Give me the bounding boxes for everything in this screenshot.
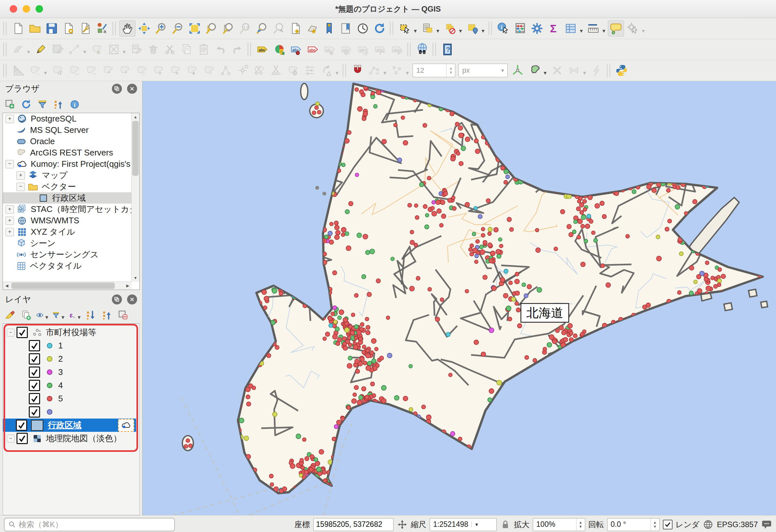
deselect-features-button[interactable]: ▼ — [442, 20, 464, 36]
scale-feature-button[interactable]: ↔ — [66, 62, 82, 78]
copy-move-feature-button[interactable]: → — [83, 62, 99, 78]
merge-attributes-button[interactable] — [285, 62, 301, 78]
layer-row-symbol[interactable] — [3, 405, 139, 419]
browser-item-xyz[interactable]: +XYZ タイル — [3, 226, 139, 238]
open-attribute-table-button[interactable]: ▼ — [563, 20, 585, 36]
remove-layer-button[interactable] — [117, 308, 130, 322]
digitize-with-segment-button[interactable]: ▼ — [66, 41, 88, 57]
toolbar-handle[interactable] — [3, 64, 6, 77]
tree-expander[interactable]: + — [5, 115, 14, 123]
toolbar-handle[interactable] — [433, 43, 436, 56]
toolbar-handle[interactable] — [3, 43, 6, 56]
filter-by-expression-button[interactable]: ε▼ — [68, 308, 81, 322]
layer-visibility-checkbox[interactable] — [16, 327, 28, 338]
cut-features-button[interactable] — [162, 41, 178, 57]
paste-features-button[interactable] — [196, 41, 212, 57]
toolbar-handle[interactable] — [248, 43, 251, 56]
layer-visibility-checkbox[interactable] — [29, 380, 40, 391]
dropdown-arrow[interactable]: ▼ — [44, 314, 49, 320]
browser-item-arcgis[interactable]: ArcGIS REST Servers — [3, 147, 139, 159]
snapping-unit-combo[interactable]: px▼ — [457, 64, 509, 77]
dropdown-arrow[interactable]: ▼ — [76, 314, 81, 320]
extents-icon[interactable] — [397, 519, 408, 530]
rotation-spinbox[interactable]: 0.0 ° ▲▼ — [607, 518, 659, 531]
browser-refresh-button[interactable] — [19, 97, 33, 111]
toolbar-handle[interactable] — [407, 43, 411, 56]
undo-button[interactable] — [212, 41, 229, 57]
show-hide-labels-button[interactable]: abc — [339, 41, 355, 57]
zoom-native-button[interactable]: 1:1 — [237, 20, 253, 36]
browser-item-postgres[interactable]: +PostgreSQL — [3, 113, 139, 124]
metasearch-button[interactable] — [414, 41, 430, 57]
browser-horizontal-scrollbar[interactable]: ◀ ▶ — [3, 281, 132, 290]
snapping-mode-button[interactable]: pa▼ — [366, 62, 388, 78]
snap-on-intersection-button[interactable]: ▼ — [566, 62, 588, 78]
vertex-tool-button[interactable] — [302, 62, 318, 78]
toolbar-handle[interactable] — [343, 64, 346, 77]
tree-expander[interactable]: + — [5, 228, 14, 236]
browser-item-mssql[interactable]: MS SQL Server — [3, 124, 139, 136]
scroll-thumb[interactable] — [132, 121, 139, 176]
dropdown-arrow[interactable]: ▼ — [60, 314, 65, 320]
layer-diagram-button[interactable] — [271, 41, 287, 57]
browser-item-stac[interactable]: +STAC（時空間アセットカタ口 — [3, 204, 139, 215]
zoom-last-button[interactable] — [254, 20, 270, 36]
crs-globe-icon[interactable] — [703, 519, 714, 530]
tree-expander[interactable]: − — [5, 160, 14, 169]
pan-map-button[interactable] — [119, 20, 136, 36]
identify-features-button[interactable]: i — [495, 20, 512, 36]
browser-properties-button[interactable]: i — [68, 97, 81, 111]
help-contents-button[interactable]: ? — [439, 41, 455, 57]
browser-item-cloud[interactable]: −Kumoy: First Project(qgis's — [3, 159, 139, 170]
scroll-right-arrow[interactable]: ▶ — [124, 282, 132, 290]
browser-vertical-scrollbar[interactable]: ▲ ▼ — [131, 113, 139, 282]
zoom-to-selection-button[interactable] — [203, 20, 219, 36]
fill-ring-button[interactable]: ● — [184, 62, 200, 78]
avoid-overlap-button[interactable]: ▼ — [526, 62, 548, 78]
zoom-full-button[interactable] — [187, 20, 203, 36]
layer-labeling-button[interactable]: abc — [254, 41, 270, 57]
dropdown-arrow[interactable]: ▼ — [43, 70, 48, 76]
dropdown-arrow[interactable]: ▼ — [413, 28, 418, 34]
layer-row-5[interactable]: 5 — [3, 392, 139, 405]
open-layer-styling-button[interactable] — [3, 308, 17, 322]
layer-visibility-checkbox[interactable] — [29, 353, 40, 364]
zoom-window-button[interactable] — [36, 5, 43, 13]
layer-visibility-checkbox[interactable] — [16, 433, 28, 444]
minimize-window-button[interactable] — [23, 5, 30, 13]
dropdown-arrow[interactable]: ▼ — [82, 49, 87, 55]
show-bookmarks-button[interactable] — [338, 20, 354, 36]
coordinate-input[interactable]: 15985205, 5372682 — [313, 518, 393, 531]
save-project-button[interactable] — [44, 20, 60, 36]
browser-item-folder[interactable]: −ベクター — [3, 181, 139, 192]
expand-all-button[interactable] — [84, 308, 98, 322]
toolbar-handle[interactable] — [113, 22, 116, 35]
snapping-tolerance-spinbox[interactable]: 12▲▼ — [411, 64, 456, 77]
measure-button[interactable]: ▼ — [585, 20, 607, 36]
split-features-button[interactable] — [234, 62, 250, 78]
zoom-in-button[interactable] — [153, 20, 169, 36]
open-project-button[interactable] — [27, 20, 43, 36]
browser-close-button[interactable] — [127, 84, 137, 94]
browser-add-layer-button[interactable] — [3, 97, 17, 111]
layout-manager-button[interactable] — [77, 20, 93, 36]
reshape-features-button[interactable] — [218, 62, 234, 78]
dropdown-arrow[interactable]: ▼ — [579, 28, 584, 34]
densify-feature-button[interactable]: ○ — [134, 62, 150, 78]
dropdown-arrow[interactable]: ▼ — [383, 70, 387, 76]
messages-icon[interactable] — [761, 519, 772, 530]
lock-scale-icon[interactable] — [500, 519, 511, 530]
tree-expander[interactable]: − — [16, 183, 25, 191]
rotate-point-symbols-button[interactable]: ▼ — [319, 62, 341, 78]
move-feature-button[interactable]: →▼ — [27, 62, 49, 78]
layer-row-地理院地図（淡色）[interactable]: −地理院地図（淡色） — [3, 432, 139, 445]
layer-row-2[interactable]: 2 — [3, 352, 139, 365]
toolbar-handle[interactable] — [489, 22, 492, 35]
toolbar-handle[interactable] — [3, 22, 6, 35]
show-statistics-button[interactable]: Σ — [546, 20, 562, 36]
chevron-down-icon[interactable]: ▼ — [471, 522, 481, 527]
layer-row-行政区域[interactable]: 行政区域 — [3, 419, 136, 432]
new-3d-map-view-button[interactable] — [304, 20, 321, 36]
manage-visibility-button[interactable]: ▼ — [36, 308, 49, 322]
split-parts-button[interactable] — [251, 62, 267, 78]
